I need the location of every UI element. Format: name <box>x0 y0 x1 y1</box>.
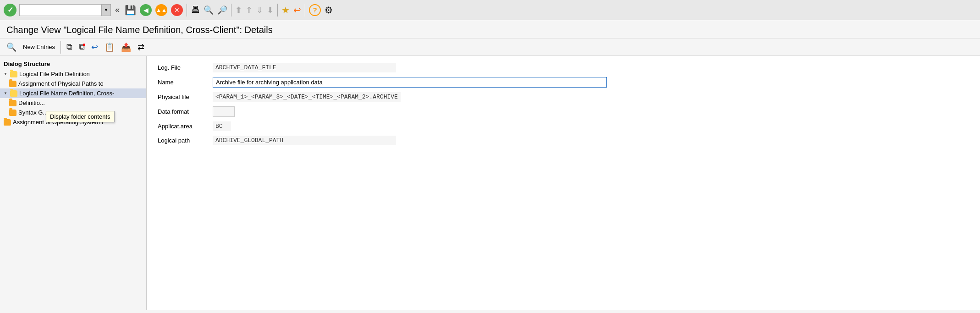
logical-path-label: Logical path <box>154 133 209 148</box>
sidebar-item-logical-file-name[interactable]: ▼ Logical File Name Definition, Cross- <box>0 88 146 98</box>
logical-path-value: ARCHIVE_GLOBAL_PATH <box>213 136 396 145</box>
print-icon: 🖶 <box>191 5 200 15</box>
folder-open-icon-3 <box>10 90 17 97</box>
nav-up-button[interactable]: ⬆ <box>234 4 243 16</box>
name-input[interactable] <box>213 77 607 88</box>
form-row-log-file: Log. File ARCHIVE_DATA_FILE <box>154 60 973 75</box>
sidebar-item-label-2: Assignment of Physical Paths to <box>18 80 104 87</box>
label-applic-area: Applicat.area <box>158 123 193 130</box>
sidebar-title: Dialog Structure <box>0 59 146 69</box>
secondary-toolbar: 🔍 New Entries ⧉ ⧉● ↩ 📋 📤 ⇄ <box>0 38 980 56</box>
find-button[interactable]: 🔍 <box>203 4 215 16</box>
paste-icon: 📋 <box>105 42 115 52</box>
jump-up-icon: ▲▲ <box>155 4 167 16</box>
separator-2 <box>231 4 231 16</box>
nav-up-icon: ⬆ <box>235 5 242 15</box>
form-area: Log. File ARCHIVE_DATA_FILE Name <box>147 56 980 310</box>
check-icon: ✓ <box>4 4 17 16</box>
back-curved-icon: ↩ <box>293 5 301 16</box>
navigation-dropdown[interactable]: ▼ <box>19 4 111 16</box>
find-next-button[interactable]: 🔎 <box>216 4 228 16</box>
log-file-value: ARCHIVE_DATA_FILE <box>213 63 396 72</box>
expand-triangle-2-icon: ▼ <box>4 91 7 95</box>
applic-area-value: BC <box>213 121 231 131</box>
log-file-value-cell: ARCHIVE_DATA_FILE <box>209 60 973 75</box>
page-title: Change View "Logical File Name Definitio… <box>0 20 980 38</box>
glasses-icon: 🔍 <box>6 42 17 52</box>
form-row-applic-area: Applicat.area BC <box>154 119 973 133</box>
page-up-button[interactable]: ⇑ <box>245 4 253 16</box>
label-name: Name <box>158 79 174 86</box>
tooltip-text: Display folder contents <box>50 113 110 120</box>
applic-area-value-cell: BC <box>209 119 973 133</box>
settings-button[interactable]: ⚙ <box>324 4 334 16</box>
jump-up-button[interactable]: ▲▲ <box>154 3 168 17</box>
back-curved-button[interactable]: ↩ <box>292 4 302 16</box>
undo-icon: ↩ <box>91 42 98 52</box>
data-format-label: Data format <box>154 104 209 119</box>
cancel-button[interactable]: ✕ <box>170 3 184 17</box>
folder-icon-5 <box>9 110 17 116</box>
name-value-cell <box>209 75 973 90</box>
delete-icon: ⧉● <box>79 42 85 52</box>
dropdown-arrow-icon[interactable]: ▼ <box>101 5 110 16</box>
sidebar-item-physical-paths[interactable]: Assignment of Physical Paths to <box>0 79 146 88</box>
folder-icon-2 <box>9 81 17 87</box>
page-down-button[interactable]: ⇓ <box>255 4 264 16</box>
paste-button[interactable]: 📋 <box>103 41 116 53</box>
log-file-label: Log. File <box>154 60 209 75</box>
back-green-icon: ◀ <box>140 4 152 16</box>
label-logical-path: Logical path <box>158 137 190 144</box>
form-row-name: Name <box>154 75 973 90</box>
form-table: Log. File ARCHIVE_DATA_FILE Name <box>154 60 973 148</box>
save-icon: 💾 <box>125 5 136 16</box>
logical-path-value-cell: ARCHIVE_GLOBAL_PATH <box>209 133 973 148</box>
nav-down-icon: ⬇ <box>267 5 274 15</box>
data-format-input[interactable] <box>213 106 235 117</box>
bookmark-button[interactable]: ★ <box>281 4 291 16</box>
sidebar-item-label-1: Logical File Path Definition <box>19 71 90 77</box>
help-button[interactable]: ? <box>308 3 322 17</box>
sidebar-item-label-5: Syntax G... <box>18 109 48 116</box>
tooltip-popup: Display folder contents <box>46 111 115 122</box>
undo-button[interactable]: ↩ <box>89 41 100 53</box>
save-button[interactable]: 💾 <box>124 4 137 16</box>
label-physical-file: Physical file <box>158 93 189 100</box>
back-green-button[interactable]: ◀ <box>139 3 153 17</box>
find-icon: 🔍 <box>204 5 214 15</box>
physical-file-value: <PARAM_1>_<PARAM_3>_<DATE>_<TIME>_<PARAM… <box>213 92 401 102</box>
back-double-icon: « <box>114 4 121 16</box>
folder-open-icon-1 <box>10 71 17 77</box>
sidebar-item-logical-file-path[interactable]: ▼ Logical File Path Definition <box>0 69 146 79</box>
sidebar-item-definition[interactable]: Definitio... <box>0 98 146 108</box>
page-up-icon: ⇑ <box>246 5 253 15</box>
check-button[interactable]: ✓ <box>3 3 17 17</box>
copy-icon: ⧉ <box>66 42 72 52</box>
nav-down-button[interactable]: ⬇ <box>266 4 275 16</box>
name-label: Name <box>154 75 209 90</box>
bookmark-icon: ★ <box>281 5 290 16</box>
export-button[interactable]: 📤 <box>119 41 133 53</box>
help-icon: ? <box>309 4 321 16</box>
cancel-icon: ✕ <box>171 4 183 16</box>
form-row-logical-path: Logical path ARCHIVE_GLOBAL_PATH <box>154 133 973 148</box>
folder-icon-6 <box>4 119 11 126</box>
nav-relation-button[interactable]: ⇄ <box>136 41 146 53</box>
page-down-icon: ⇓ <box>256 5 263 15</box>
dropdown-input[interactable] <box>20 7 101 13</box>
physical-file-value-cell: <PARAM_1>_<PARAM_3>_<DATE>_<TIME>_<PARAM… <box>209 90 973 104</box>
top-toolbar: ✓ ▼ « 💾 ◀ ▲▲ ✕ 🖶 🔍 🔎 ⬆ ⇑ <box>0 0 980 20</box>
find-next-icon: 🔎 <box>217 5 227 15</box>
back-double-button[interactable]: « <box>113 3 122 16</box>
sidebar-item-label-4: Definitio... <box>18 99 45 106</box>
applic-area-label: Applicat.area <box>154 119 209 133</box>
export-icon: 📤 <box>121 42 131 52</box>
new-entries-button[interactable]: New Entries <box>21 43 57 51</box>
delete-button[interactable]: ⧉● <box>77 41 87 53</box>
main-content: Dialog Structure ▼ Logical File Path Def… <box>0 56 980 310</box>
folder-icon-4 <box>9 100 17 106</box>
glasses-button[interactable]: 🔍 <box>5 41 18 53</box>
print-button[interactable]: 🖶 <box>190 4 201 16</box>
separator-1 <box>187 4 187 16</box>
copy-button[interactable]: ⧉ <box>65 41 74 53</box>
